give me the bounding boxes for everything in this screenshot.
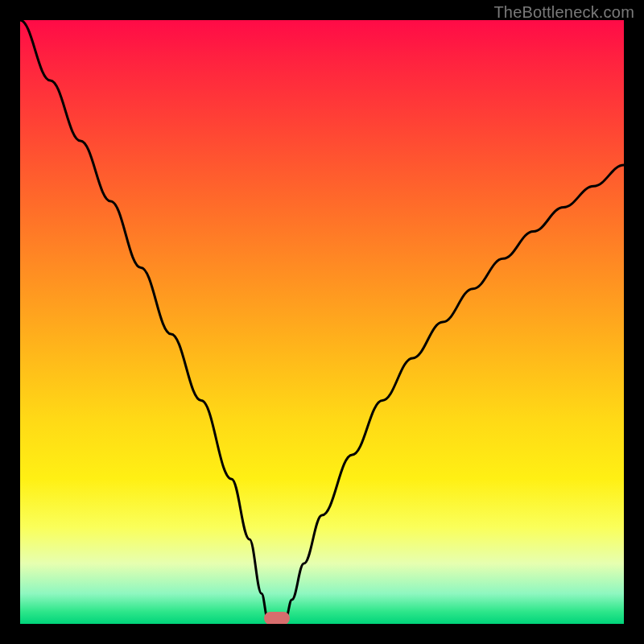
bottleneck-curve [20, 20, 624, 624]
optimum-marker [264, 612, 290, 624]
watermark-text: TheBottleneck.com [493, 3, 634, 22]
chart-stage: TheBottleneck.com [0, 0, 644, 644]
plot-area [20, 20, 624, 624]
